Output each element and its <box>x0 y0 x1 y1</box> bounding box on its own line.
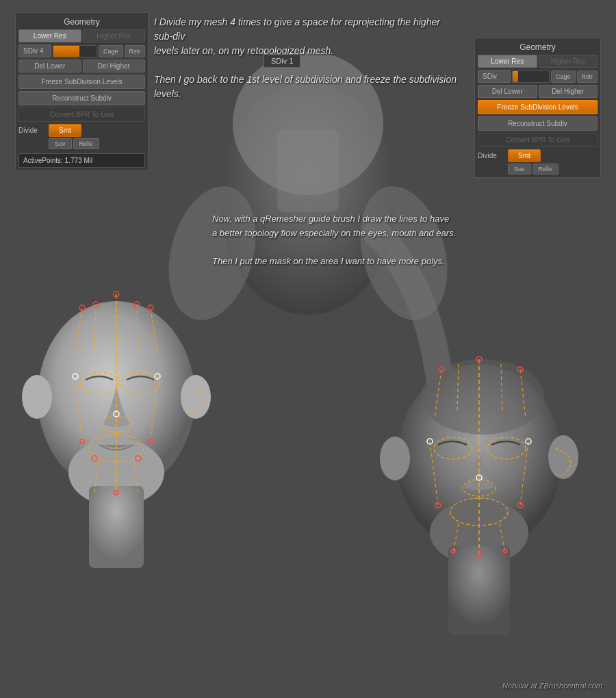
svg-rect-39 <box>448 546 510 635</box>
sdiv-row: SDiv 4 Cage Rstr <box>18 44 145 57</box>
left-geometry-panel: Geometry Lower Res Higher Res SDiv 4 Cag… <box>15 12 149 171</box>
left-panel-title: Geometry <box>18 16 145 29</box>
reconstruct-subdiv-button[interactable]: Reconstruct Subdiv <box>18 91 145 105</box>
text-top-line1: I Divide my mesh 4 times to give a space… <box>154 16 440 42</box>
sdiv-tooltip: SDiv 1 <box>264 54 300 68</box>
text-mid-line4: Then I put the mask on the area I want t… <box>212 256 445 266</box>
right-sdiv-row: SDiv Cage Rstr <box>478 70 598 83</box>
lower-res-button[interactable]: Lower Res <box>18 29 81 42</box>
face-right-model <box>370 308 589 671</box>
del-buttons-row: Del Lower Del Higher <box>18 60 145 73</box>
del-higher-button[interactable]: Del Higher <box>83 60 146 73</box>
svg-rect-7 <box>89 486 144 568</box>
right-geometry-panel: Geometry Lower Res Higher Res SDiv Cage … <box>474 38 601 178</box>
right-del-lower-button[interactable]: Del Lower <box>478 85 537 98</box>
svg-point-41 <box>380 437 410 480</box>
right-divide-label: Divide <box>478 152 505 159</box>
right-suv-button[interactable]: Suv <box>508 164 531 174</box>
convert-bpr-button[interactable]: Convert BPR To Geo <box>18 107 145 122</box>
sdiv-bar-fill <box>53 46 79 57</box>
right-divide-row: Divide Smt <box>478 149 598 162</box>
right-convert-bpr-button[interactable]: Convert BPR To Geo <box>478 133 598 147</box>
right-sdiv-label[interactable]: SDiv <box>478 70 511 83</box>
svg-point-40 <box>548 435 578 479</box>
text-mid-line2: a better topology flow especially on the… <box>212 228 456 238</box>
smt-button[interactable]: Smt <box>49 124 81 137</box>
res-buttons-row: Lower Res Higher Res <box>18 29 145 42</box>
right-del-higher-button[interactable]: Del Higher <box>539 85 598 98</box>
text-top-line4: Then I go back to the 1st level of subdi… <box>154 74 457 99</box>
divide-label: Divide <box>18 127 46 134</box>
rstr-button[interactable]: Rstr <box>125 45 146 57</box>
right-panel-title: Geometry <box>478 41 598 55</box>
higher-res-button[interactable]: Higher Res <box>83 29 146 42</box>
freeze-subdiv-button[interactable]: Freeze SubDivision Levels <box>18 75 145 89</box>
divide-row: Divide Smt <box>18 124 145 137</box>
text-mid-line1: Now, with a qRemesher guide brush I draw… <box>212 214 449 224</box>
face-left-model <box>21 240 212 616</box>
right-smt-button[interactable]: Smt <box>508 149 541 162</box>
del-lower-button[interactable]: Del Lower <box>18 60 81 73</box>
sdiv-label[interactable]: SDiv 4 <box>18 44 51 57</box>
right-sdiv-bar-fill <box>513 71 518 82</box>
reliv-button[interactable]: Reliv <box>73 138 99 149</box>
active-points-display: ActivePoints: 1.773 Mil <box>18 153 145 168</box>
text-top-line2: levels later on, on my retopologized mes… <box>154 45 333 56</box>
right-freeze-subdiv-button[interactable]: Freeze SubDivision Levels <box>478 100 598 114</box>
right-cage-button[interactable]: Cage <box>551 70 576 83</box>
right-suv-reliv-row: Suv Reliv <box>508 164 598 174</box>
suv-reliv-row: Suv Reliv <box>49 138 145 149</box>
sdiv-bar[interactable] <box>53 45 97 57</box>
watermark-text: Nobular at ZBrushcentral.com <box>502 682 602 690</box>
right-sdiv-bar[interactable] <box>512 70 550 83</box>
cage-button[interactable]: Cage <box>99 45 123 57</box>
right-reconstruct-subdiv-button[interactable]: Reconstruct Subdiv <box>478 116 598 131</box>
right-reliv-button[interactable]: Reliv <box>532 164 559 174</box>
right-del-buttons-row: Del Lower Del Higher <box>478 85 598 98</box>
suv-button[interactable]: Suv <box>49 138 72 149</box>
text-top-overlay: I Divide my mesh 4 times to give a space… <box>154 15 459 101</box>
right-higher-res-button[interactable]: Higher Res <box>539 55 598 68</box>
right-lower-res-button[interactable]: Lower Res <box>478 55 537 68</box>
text-mid-overlay: Now, with a qRemesher guide brush I draw… <box>212 212 609 269</box>
svg-point-9 <box>22 375 52 419</box>
right-res-buttons-row: Lower Res Higher Res <box>478 55 598 68</box>
right-rstr-button[interactable]: Rstr <box>577 70 598 83</box>
